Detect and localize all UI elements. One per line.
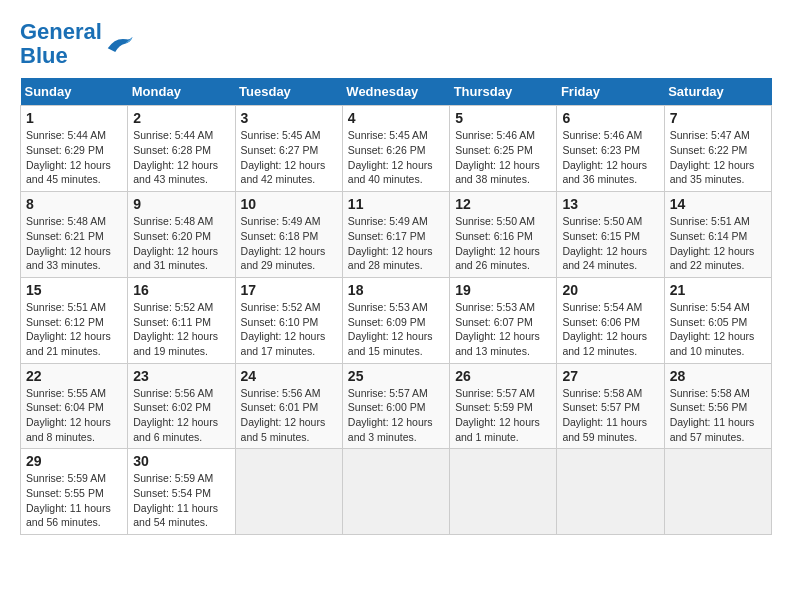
day-info: Sunrise: 5:57 AM Sunset: 5:59 PM Dayligh…: [455, 386, 551, 445]
day-number: 12: [455, 196, 551, 212]
day-number: 14: [670, 196, 766, 212]
day-info: Sunrise: 5:59 AM Sunset: 5:54 PM Dayligh…: [133, 471, 229, 530]
day-number: 23: [133, 368, 229, 384]
calendar-cell: [664, 449, 771, 535]
calendar-cell: [235, 449, 342, 535]
calendar-cell: 27Sunrise: 5:58 AM Sunset: 5:57 PM Dayli…: [557, 363, 664, 449]
day-number: 29: [26, 453, 122, 469]
day-number: 15: [26, 282, 122, 298]
logo-blue: Blue: [20, 43, 68, 68]
calendar-cell: [557, 449, 664, 535]
weekday-header-saturday: Saturday: [664, 78, 771, 106]
calendar-cell: 23Sunrise: 5:56 AM Sunset: 6:02 PM Dayli…: [128, 363, 235, 449]
day-number: 25: [348, 368, 444, 384]
day-info: Sunrise: 5:52 AM Sunset: 6:11 PM Dayligh…: [133, 300, 229, 359]
day-info: Sunrise: 5:55 AM Sunset: 6:04 PM Dayligh…: [26, 386, 122, 445]
day-info: Sunrise: 5:47 AM Sunset: 6:22 PM Dayligh…: [670, 128, 766, 187]
calendar-cell: 3Sunrise: 5:45 AM Sunset: 6:27 PM Daylig…: [235, 106, 342, 192]
day-number: 8: [26, 196, 122, 212]
calendar-cell: 1Sunrise: 5:44 AM Sunset: 6:29 PM Daylig…: [21, 106, 128, 192]
calendar-cell: 25Sunrise: 5:57 AM Sunset: 6:00 PM Dayli…: [342, 363, 449, 449]
day-number: 7: [670, 110, 766, 126]
calendar-cell: 11Sunrise: 5:49 AM Sunset: 6:17 PM Dayli…: [342, 192, 449, 278]
day-info: Sunrise: 5:59 AM Sunset: 5:55 PM Dayligh…: [26, 471, 122, 530]
calendar-cell: 10Sunrise: 5:49 AM Sunset: 6:18 PM Dayli…: [235, 192, 342, 278]
calendar-cell: 13Sunrise: 5:50 AM Sunset: 6:15 PM Dayli…: [557, 192, 664, 278]
calendar-cell: 14Sunrise: 5:51 AM Sunset: 6:14 PM Dayli…: [664, 192, 771, 278]
calendar-cell: 8Sunrise: 5:48 AM Sunset: 6:21 PM Daylig…: [21, 192, 128, 278]
day-info: Sunrise: 5:46 AM Sunset: 6:23 PM Dayligh…: [562, 128, 658, 187]
calendar-cell: 20Sunrise: 5:54 AM Sunset: 6:06 PM Dayli…: [557, 277, 664, 363]
day-info: Sunrise: 5:45 AM Sunset: 6:27 PM Dayligh…: [241, 128, 337, 187]
calendar-cell: 30Sunrise: 5:59 AM Sunset: 5:54 PM Dayli…: [128, 449, 235, 535]
calendar-cell: 18Sunrise: 5:53 AM Sunset: 6:09 PM Dayli…: [342, 277, 449, 363]
day-info: Sunrise: 5:45 AM Sunset: 6:26 PM Dayligh…: [348, 128, 444, 187]
calendar-cell: 4Sunrise: 5:45 AM Sunset: 6:26 PM Daylig…: [342, 106, 449, 192]
day-info: Sunrise: 5:44 AM Sunset: 6:29 PM Dayligh…: [26, 128, 122, 187]
day-info: Sunrise: 5:57 AM Sunset: 6:00 PM Dayligh…: [348, 386, 444, 445]
calendar-week-row: 8Sunrise: 5:48 AM Sunset: 6:21 PM Daylig…: [21, 192, 772, 278]
day-info: Sunrise: 5:56 AM Sunset: 6:01 PM Dayligh…: [241, 386, 337, 445]
day-info: Sunrise: 5:58 AM Sunset: 5:56 PM Dayligh…: [670, 386, 766, 445]
weekday-header-wednesday: Wednesday: [342, 78, 449, 106]
weekday-header-sunday: Sunday: [21, 78, 128, 106]
day-info: Sunrise: 5:50 AM Sunset: 6:16 PM Dayligh…: [455, 214, 551, 273]
day-info: Sunrise: 5:44 AM Sunset: 6:28 PM Dayligh…: [133, 128, 229, 187]
calendar-cell: 21Sunrise: 5:54 AM Sunset: 6:05 PM Dayli…: [664, 277, 771, 363]
day-info: Sunrise: 5:48 AM Sunset: 6:20 PM Dayligh…: [133, 214, 229, 273]
day-number: 28: [670, 368, 766, 384]
calendar-week-row: 29Sunrise: 5:59 AM Sunset: 5:55 PM Dayli…: [21, 449, 772, 535]
day-number: 9: [133, 196, 229, 212]
day-info: Sunrise: 5:50 AM Sunset: 6:15 PM Dayligh…: [562, 214, 658, 273]
day-number: 26: [455, 368, 551, 384]
day-number: 22: [26, 368, 122, 384]
calendar-cell: 2Sunrise: 5:44 AM Sunset: 6:28 PM Daylig…: [128, 106, 235, 192]
weekday-header-thursday: Thursday: [450, 78, 557, 106]
day-info: Sunrise: 5:53 AM Sunset: 6:07 PM Dayligh…: [455, 300, 551, 359]
calendar-table: SundayMondayTuesdayWednesdayThursdayFrid…: [20, 78, 772, 535]
day-info: Sunrise: 5:56 AM Sunset: 6:02 PM Dayligh…: [133, 386, 229, 445]
calendar-cell: 9Sunrise: 5:48 AM Sunset: 6:20 PM Daylig…: [128, 192, 235, 278]
day-number: 13: [562, 196, 658, 212]
weekday-header-friday: Friday: [557, 78, 664, 106]
day-info: Sunrise: 5:46 AM Sunset: 6:25 PM Dayligh…: [455, 128, 551, 187]
calendar-cell: 7Sunrise: 5:47 AM Sunset: 6:22 PM Daylig…: [664, 106, 771, 192]
weekday-header-monday: Monday: [128, 78, 235, 106]
calendar-cell: 28Sunrise: 5:58 AM Sunset: 5:56 PM Dayli…: [664, 363, 771, 449]
calendar-cell: 29Sunrise: 5:59 AM Sunset: 5:55 PM Dayli…: [21, 449, 128, 535]
day-info: Sunrise: 5:54 AM Sunset: 6:05 PM Dayligh…: [670, 300, 766, 359]
calendar-week-row: 22Sunrise: 5:55 AM Sunset: 6:04 PM Dayli…: [21, 363, 772, 449]
weekday-header-row: SundayMondayTuesdayWednesdayThursdayFrid…: [21, 78, 772, 106]
calendar-cell: 5Sunrise: 5:46 AM Sunset: 6:25 PM Daylig…: [450, 106, 557, 192]
logo-bird-icon: [104, 32, 134, 57]
calendar-cell: 22Sunrise: 5:55 AM Sunset: 6:04 PM Dayli…: [21, 363, 128, 449]
day-info: Sunrise: 5:51 AM Sunset: 6:12 PM Dayligh…: [26, 300, 122, 359]
logo: General Blue: [20, 20, 134, 68]
day-number: 27: [562, 368, 658, 384]
day-number: 2: [133, 110, 229, 126]
calendar-week-row: 15Sunrise: 5:51 AM Sunset: 6:12 PM Dayli…: [21, 277, 772, 363]
calendar-cell: 17Sunrise: 5:52 AM Sunset: 6:10 PM Dayli…: [235, 277, 342, 363]
calendar-cell: 6Sunrise: 5:46 AM Sunset: 6:23 PM Daylig…: [557, 106, 664, 192]
day-number: 30: [133, 453, 229, 469]
day-info: Sunrise: 5:49 AM Sunset: 6:17 PM Dayligh…: [348, 214, 444, 273]
day-info: Sunrise: 5:53 AM Sunset: 6:09 PM Dayligh…: [348, 300, 444, 359]
day-number: 24: [241, 368, 337, 384]
day-number: 20: [562, 282, 658, 298]
day-info: Sunrise: 5:58 AM Sunset: 5:57 PM Dayligh…: [562, 386, 658, 445]
day-number: 1: [26, 110, 122, 126]
logo-general: General: [20, 19, 102, 44]
day-number: 19: [455, 282, 551, 298]
weekday-header-tuesday: Tuesday: [235, 78, 342, 106]
day-number: 4: [348, 110, 444, 126]
calendar-week-row: 1Sunrise: 5:44 AM Sunset: 6:29 PM Daylig…: [21, 106, 772, 192]
day-number: 18: [348, 282, 444, 298]
day-info: Sunrise: 5:51 AM Sunset: 6:14 PM Dayligh…: [670, 214, 766, 273]
day-number: 3: [241, 110, 337, 126]
day-number: 5: [455, 110, 551, 126]
day-info: Sunrise: 5:52 AM Sunset: 6:10 PM Dayligh…: [241, 300, 337, 359]
calendar-cell: 26Sunrise: 5:57 AM Sunset: 5:59 PM Dayli…: [450, 363, 557, 449]
day-info: Sunrise: 5:54 AM Sunset: 6:06 PM Dayligh…: [562, 300, 658, 359]
calendar-cell: 12Sunrise: 5:50 AM Sunset: 6:16 PM Dayli…: [450, 192, 557, 278]
day-number: 10: [241, 196, 337, 212]
